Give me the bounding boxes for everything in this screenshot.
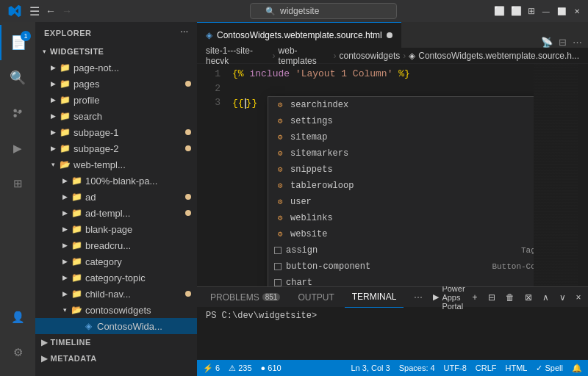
ac-item-weblinks[interactable]: ⚙ weblinks: [268, 210, 534, 226]
encoding-indicator[interactable]: UTF-8: [444, 364, 467, 372]
sidebar-menu-icon[interactable]: ⋯: [180, 28, 189, 37]
activity-source-control-icon[interactable]: [0, 95, 35, 131]
line-num-2: 2: [197, 82, 220, 96]
spell-check-indicator[interactable]: ✓ Spell: [536, 364, 563, 373]
ac-item-settings[interactable]: ⚙ settings: [268, 113, 534, 129]
ac-item-assign[interactable]: assign Tag assign: [268, 242, 534, 258]
hamburger-icon[interactable]: ☰: [29, 4, 40, 18]
sidebar-item-web-templ[interactable]: ▾ 📂 web-templ...: [35, 156, 197, 173]
maximize-panel-button[interactable]: ∧: [539, 292, 552, 303]
sidebar-item-pages[interactable]: ▶ 📁 pages: [35, 76, 197, 92]
cursor-position[interactable]: Ln 3, Col 3: [351, 364, 390, 372]
ac-item-sitemarkers[interactable]: ⚙ sitemarkers: [268, 145, 534, 162]
ac-item-user[interactable]: ⚙ user: [268, 194, 534, 210]
activity-run-icon[interactable]: ▶: [0, 131, 35, 166]
notification-icon[interactable]: 🔔: [572, 364, 582, 373]
maximize-button[interactable]: ⬜: [556, 6, 566, 16]
item-arrow-icon: ▾: [59, 304, 71, 316]
tab-more[interactable]: ⋯: [406, 287, 430, 308]
item-arrow-icon: ▶: [59, 288, 71, 300]
breadcrumb-file[interactable]: ◈: [409, 51, 415, 61]
breadcrumb-contosowidgets[interactable]: contosowidgets: [340, 51, 401, 61]
activity-settings-icon[interactable]: ⚙: [0, 335, 35, 370]
split-terminal-button[interactable]: ⊟: [485, 292, 498, 303]
item-arrow-icon: ▶: [47, 78, 59, 90]
source-control-status[interactable]: ⚡ 6: [203, 364, 220, 373]
close-terminal-panel-button[interactable]: ×: [573, 292, 584, 303]
nav-forward-button[interactable]: →: [62, 5, 72, 17]
sidebar: EXPLORER ⋯ ▾ WIDGETSITE ▶ 📁 page-not... …: [35, 22, 197, 376]
sidebar-item-ad[interactable]: ▶ 📁 ad: [35, 189, 197, 205]
breadcrumb-file-label[interactable]: ContosoWidgets.webtemplate.source.h...: [418, 51, 579, 61]
sidebar-item-contosowidgets[interactable]: ▾ 📂 contosowidgets: [35, 302, 197, 318]
ac-label: searchindex: [290, 98, 534, 112]
item-label: subpage-2: [74, 143, 118, 154]
sidebar-item-blank-page[interactable]: ▶ 📁 blank-page: [35, 221, 197, 237]
ac-item-tablerowloop[interactable]: ⚙ tablerowloop: [268, 178, 534, 194]
sidebar-item-100blank[interactable]: ▶ 📁 100%-blank-pa...: [35, 173, 197, 189]
play-icon: ▶: [433, 292, 439, 302]
sidebar-item-subpage1[interactable]: ▶ 📁 subpage-1: [35, 124, 197, 140]
breadcrumb-site[interactable]: site-1---site-hecvk: [206, 46, 270, 66]
sidebar-item-search[interactable]: ▶ 📁 search: [35, 108, 197, 124]
spaces-indicator[interactable]: Spaces: 4: [399, 364, 435, 372]
minimize-panel-button[interactable]: ∨: [556, 292, 569, 303]
tree-root-item[interactable]: ▾ WIDGETSITE: [35, 43, 197, 59]
ac-label: sitemarkers: [290, 147, 534, 160]
errors-status[interactable]: ⚠ 235: [229, 364, 251, 373]
code-token: %}: [398, 67, 410, 82]
sidebar-item-page-not[interactable]: ▶ 📁 page-not...: [35, 59, 197, 76]
power-apps-portal-button[interactable]: ▶ Power Apps Portal: [433, 284, 465, 311]
item-label: pages: [74, 79, 99, 90]
line-ending-indicator[interactable]: CRLF: [476, 364, 497, 372]
sidebar-item-ad-templ[interactable]: ▶ 📁 ad-templ...: [35, 205, 197, 221]
activity-account-icon[interactable]: 👤: [0, 300, 35, 335]
layout-icon-3[interactable]: ⊞: [528, 6, 535, 16]
terminal-panel: PROBLEMS 851 OUTPUT TERMINAL ⋯ ▶ Power A…: [197, 286, 588, 360]
terminal-content[interactable]: PS C:\dev\widgetsite>: [197, 308, 588, 360]
ac-item-searchindex[interactable]: ⚙ searchindex: [268, 97, 534, 113]
ac-item-website[interactable]: ⚙ website: [268, 226, 534, 242]
sidebar-item-profile[interactable]: ▶ 📁 profile: [35, 92, 197, 108]
warnings-status[interactable]: ● 610: [261, 364, 282, 372]
nav-back-button[interactable]: ←: [46, 5, 56, 17]
more-actions-icon[interactable]: ⋯: [573, 37, 582, 48]
minimize-button[interactable]: —: [541, 6, 551, 16]
tab-problems[interactable]: PROBLEMS 851: [203, 287, 287, 308]
editor-tab-active[interactable]: ◈ ContosoWidgets.webtemplate.source.html: [197, 22, 401, 48]
activity-explorer-icon[interactable]: 📄 1: [0, 25, 35, 60]
sidebar-item-subpage2[interactable]: ▶ 📁 subpage-2: [35, 140, 197, 156]
activity-search-icon[interactable]: 🔍: [0, 60, 35, 95]
timeline-section-header[interactable]: ▶ TIMELINE: [35, 334, 197, 350]
sidebar-item-contoso-file[interactable]: ▶ ◈ ContosoWida...: [35, 318, 197, 334]
vertical-scrollbar[interactable]: [578, 64, 588, 286]
ac-item-sitemap[interactable]: ⚙ sitemap: [268, 129, 534, 145]
delete-terminal-button[interactable]: 🗑: [503, 292, 517, 303]
close-panel-button[interactable]: ⊠: [522, 292, 535, 303]
layout-icon-2[interactable]: ⬜: [511, 6, 522, 16]
sidebar-item-category-topic[interactable]: ▶ 📁 category-topic: [35, 270, 197, 286]
tab-output[interactable]: OUTPUT: [290, 287, 341, 308]
ac-item-chart[interactable]: chart Chart: [268, 275, 534, 286]
broadcast-icon[interactable]: 📡: [541, 37, 553, 48]
extensions-icon: ⊞: [13, 177, 23, 190]
sidebar-item-breadcru[interactable]: ▶ 📁 breadcru...: [35, 237, 197, 253]
tab-terminal[interactable]: TERMINAL: [345, 287, 404, 308]
layout-icon-1[interactable]: ⬜: [494, 6, 505, 16]
close-button[interactable]: ✕: [573, 6, 582, 16]
code-editor[interactable]: {% include 'Layout 1 Column' %} {{ }}: [226, 64, 534, 286]
ac-item-snippets[interactable]: ⚙ snippets: [268, 162, 534, 178]
ac-item-button-component[interactable]: button-component Button-Component: [268, 258, 534, 275]
sidebar-item-child-nav[interactable]: ▶ 📁 child-nav...: [35, 286, 197, 302]
search-icon: 🔍: [10, 70, 26, 86]
sidebar-item-category[interactable]: ▶ 📁 category: [35, 253, 197, 270]
activity-extensions-icon[interactable]: ⊞: [0, 166, 35, 201]
minimap: [534, 64, 578, 286]
global-search-box[interactable]: 🔍 widgetsite: [250, 3, 397, 19]
language-indicator[interactable]: HTML: [506, 364, 528, 372]
breadcrumb-web-templates[interactable]: web-templates: [279, 46, 331, 66]
ac-icon-website: ⚙: [274, 228, 286, 240]
split-editor-icon[interactable]: ⊟: [559, 37, 567, 48]
add-terminal-button[interactable]: +: [470, 292, 481, 303]
metadata-section-header[interactable]: ▶ METADATA: [35, 350, 197, 366]
